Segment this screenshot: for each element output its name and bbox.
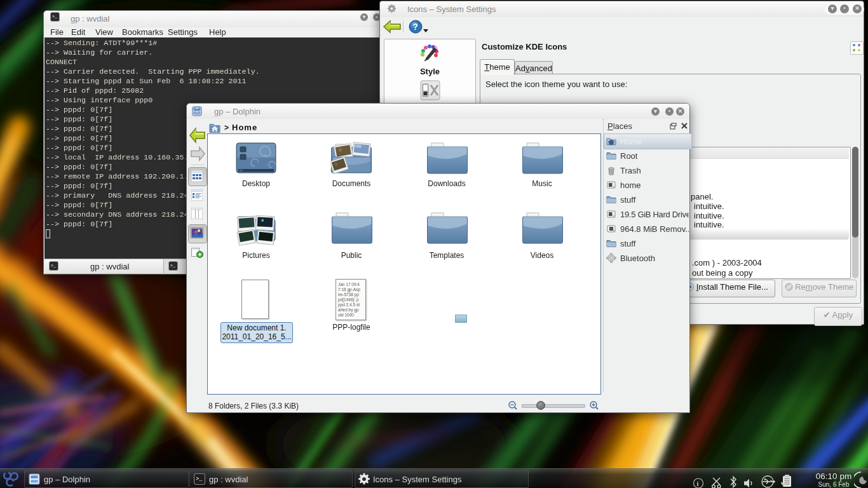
- svg-text:>_: >_: [51, 263, 57, 268]
- svg-text:i: i: [697, 480, 699, 487]
- svg-text:?: ?: [413, 22, 419, 32]
- svg-text:>_: >_: [170, 263, 176, 268]
- svg-text:>_: >_: [52, 14, 58, 19]
- svg-text:>_: >_: [196, 476, 203, 482]
